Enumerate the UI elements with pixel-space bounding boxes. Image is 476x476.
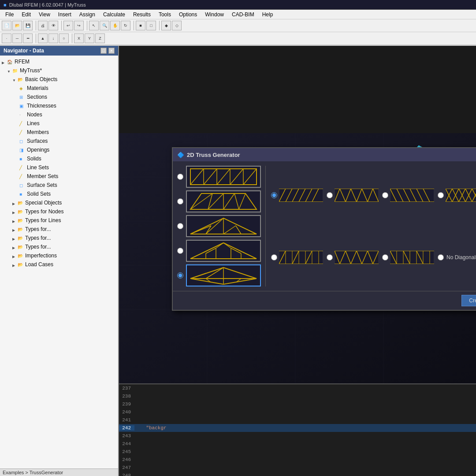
- menu-tools[interactable]: Tools: [155, 11, 175, 19]
- shape-preview-1[interactable]: [186, 166, 261, 188]
- shape-radio-2[interactable]: [177, 198, 183, 205]
- tb-view3d[interactable]: ■: [136, 21, 145, 30]
- menu-assign[interactable]: Assign: [76, 11, 99, 19]
- tb-member[interactable]: ━: [23, 33, 33, 43]
- tb-open[interactable]: 📂: [12, 21, 22, 30]
- title-bar: ■ Dlubal RFEM | 6.02.0047 | MyTruss: [0, 0, 476, 10]
- tb-rotate[interactable]: ↻: [121, 21, 130, 30]
- menu-file[interactable]: File: [2, 11, 17, 19]
- tb-node[interactable]: ·: [2, 33, 11, 43]
- nav-item-types-sol[interactable]: ▶ 📂 Types for...: [0, 242, 118, 251]
- tb-preview[interactable]: 👁: [48, 21, 58, 30]
- nav-item-openings[interactable]: ◨ Openings: [0, 145, 118, 154]
- nod-icon: ·: [19, 112, 26, 118]
- pattern-radio-1[interactable]: [271, 192, 277, 198]
- shape-radio-1[interactable]: [177, 174, 183, 180]
- nav-item-lines[interactable]: ╱ Lines: [0, 119, 118, 128]
- pattern-radio-7[interactable]: [382, 254, 388, 260]
- nav-item-surfacesets[interactable]: ◻ Surface Sets: [0, 181, 118, 190]
- nav-item-nodes[interactable]: · Nodes: [0, 110, 118, 119]
- menu-view[interactable]: View: [35, 11, 54, 19]
- tb-x-view[interactable]: X: [74, 33, 84, 43]
- tb-select[interactable]: ↖: [89, 21, 99, 30]
- pattern-radio-6[interactable]: [327, 254, 333, 260]
- pattern-radio-5[interactable]: [271, 254, 277, 260]
- mytruss-arrow: ▼: [7, 68, 11, 73]
- nav-item-imperfections[interactable]: ▶ 📂 Imperfections: [0, 251, 118, 260]
- shape-radio-4[interactable]: [177, 248, 183, 254]
- dialog-titlebar[interactable]: 🔷 2D Truss Generator ─ □ ×: [173, 148, 476, 161]
- shape-panel: [177, 166, 266, 286]
- create-model-btn[interactable]: Create Model: [461, 295, 476, 306]
- tb-pan[interactable]: ✋: [110, 21, 120, 30]
- pattern-radio-2[interactable]: [327, 192, 333, 198]
- sec-icon: ⊞: [19, 94, 26, 100]
- svg-line-32: [190, 169, 204, 185]
- tb-view2d[interactable]: □: [146, 21, 156, 30]
- tb-redo[interactable]: ↪: [74, 21, 84, 30]
- nav-item-sections[interactable]: ⊞ Sections: [0, 93, 118, 101]
- shape-radio-5[interactable]: [177, 272, 183, 279]
- svg-line-33: [204, 169, 217, 185]
- shape-preview-4[interactable]: [186, 240, 261, 262]
- nav-item-solidsets[interactable]: ■ Solid Sets: [0, 190, 118, 198]
- nav-item-types-members[interactable]: ▶ 📂 Types for...: [0, 225, 118, 234]
- tb-new[interactable]: 📄: [2, 21, 11, 30]
- tb-line[interactable]: ─: [12, 33, 22, 43]
- shape-radio-3[interactable]: [177, 223, 183, 229]
- tb-render[interactable]: ◆: [161, 21, 171, 30]
- tb-support[interactable]: ▲: [38, 33, 48, 43]
- nav-item-basic-objects[interactable]: ▼ 📂 Basic Objects: [0, 75, 118, 84]
- tb-y-view[interactable]: Y: [85, 33, 94, 43]
- toolbar-sep-7: [71, 33, 72, 43]
- menu-cadbim[interactable]: CAD-BIM: [228, 11, 258, 19]
- pattern-radio-4[interactable]: [438, 192, 444, 198]
- nav-item-types-surf[interactable]: ▶ 📂 Types for...: [0, 234, 118, 242]
- nav-item-rfem[interactable]: ▶ 🏠 RFEM: [0, 57, 118, 66]
- tb-load[interactable]: ↓: [48, 33, 58, 43]
- nav-item-types-lines[interactable]: ▶ 📂 Types for Lines: [0, 216, 118, 225]
- nav-restore-btn[interactable]: □: [100, 48, 107, 54]
- pattern-radio-3[interactable]: [382, 192, 388, 198]
- shape-preview-5[interactable]: [186, 264, 261, 286]
- tb-wire[interactable]: ◇: [172, 21, 182, 30]
- tb-zoom[interactable]: 🔍: [100, 21, 109, 30]
- toolbar-row-2: · ─ ━ ▲ ↓ ○ X Y Z: [0, 32, 476, 45]
- svg-line-73: [190, 273, 206, 279]
- shape-preview-2[interactable]: [186, 190, 261, 212]
- viewport[interactable]: 237 238 239 240 241 242 "backgr: [119, 46, 476, 476]
- tb-release[interactable]: ○: [59, 33, 69, 43]
- nav-item-loadcases[interactable]: ▶ 📂 Load Cases: [0, 260, 118, 269]
- nav-item-solids[interactable]: ■ Solids: [0, 154, 118, 163]
- nav-item-thicknesses[interactable]: ▣ Thicknesses: [0, 101, 118, 110]
- menu-window[interactable]: Window: [201, 11, 227, 19]
- toolbar-sep-1: [34, 21, 36, 30]
- tb-save[interactable]: 💾: [23, 21, 33, 30]
- pattern-radio-8[interactable]: [438, 254, 444, 260]
- nav-item-surfaces[interactable]: ◻ Surfaces: [0, 137, 118, 145]
- nav-item-linesets[interactable]: ╱ Line Sets: [0, 163, 118, 172]
- shape-preview-3[interactable]: [186, 215, 261, 237]
- menu-help[interactable]: Help: [259, 11, 277, 19]
- menu-insert[interactable]: Insert: [55, 11, 75, 19]
- shape-row-4: [177, 240, 261, 262]
- nav-item-mytruss[interactable]: ▼ 📁 MyTruss*: [0, 66, 118, 75]
- menu-results[interactable]: Results: [130, 11, 154, 19]
- tb-undo[interactable]: ↩: [63, 21, 73, 30]
- nav-item-types-nodes[interactable]: ▶ 📂 Types for Nodes: [0, 207, 118, 216]
- tb-print[interactable]: 🖨: [38, 21, 48, 30]
- menu-edit[interactable]: Edit: [18, 11, 34, 19]
- tn-label: Types for Nodes: [25, 208, 63, 215]
- rfem-label: RFEM: [15, 58, 30, 65]
- nav-item-members[interactable]: ╱ Members: [0, 128, 118, 137]
- tb-z-view[interactable]: Z: [95, 33, 105, 43]
- menu-options[interactable]: Options: [175, 11, 201, 19]
- nav-item-membersets[interactable]: ╱ Member Sets: [0, 172, 118, 181]
- code-editor[interactable]: 237 238 239 240 241 242 "backgr: [119, 383, 476, 476]
- nav-item-specialobjects[interactable]: ▶ 📂 Special Objects: [0, 198, 118, 207]
- sol-icon: ■: [19, 156, 26, 162]
- menu-calculate[interactable]: Calculate: [100, 11, 129, 19]
- navigator-panel: Navigator - Data □ × ▶ 🏠 RFEM ▼ 📁 MyTrus…: [0, 46, 119, 476]
- nav-close-btn[interactable]: ×: [108, 48, 115, 54]
- nav-item-materials[interactable]: ◈ Materials: [0, 84, 118, 93]
